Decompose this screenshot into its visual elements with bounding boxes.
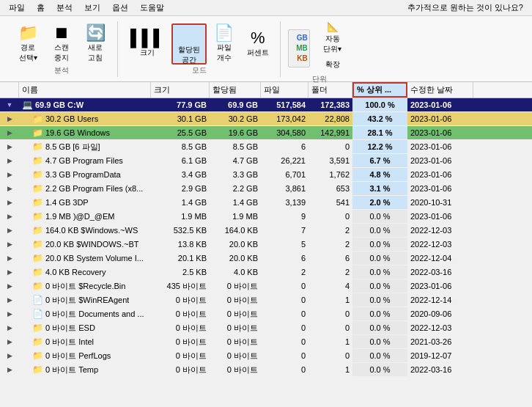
percent-cell: 0.0 % xyxy=(352,349,407,362)
table-row[interactable]: ▶📁20.0 KB System Volume I...20.1 KB20.0 … xyxy=(0,252,532,265)
file-count: 0 xyxy=(261,293,309,307)
auto-unit-button[interactable]: 📐 자동단위▾ xyxy=(314,23,351,52)
expand-icon[interactable]: ▶ xyxy=(0,126,19,139)
file-count: 9 xyxy=(261,210,309,223)
file-count: 0 xyxy=(261,363,309,376)
table-row[interactable]: ▶📁0 바이트 $Recycle.Bin435 바이트0 바이트040.0 %2… xyxy=(0,279,532,293)
col-percent[interactable]: % 상위 ... xyxy=(352,82,407,98)
col-name[interactable]: 이름 xyxy=(19,82,151,98)
table-row[interactable]: ▶📄0 바이트 Documents and ...0 바이트0 바이트000.0… xyxy=(0,307,532,321)
percent-button[interactable]: % 퍼센트 xyxy=(242,23,274,65)
percent-cell: 0.0 % xyxy=(352,293,407,307)
file-count-label: 파일개수 xyxy=(217,43,232,63)
menu-item-2[interactable]: 분석 xyxy=(51,1,78,15)
menu-item-0[interactable]: 파일 xyxy=(3,1,31,15)
expand-icon[interactable]: ▶ xyxy=(0,363,19,376)
col-folders[interactable]: 폴더 xyxy=(309,82,352,98)
expand-icon[interactable]: ▶ xyxy=(0,140,19,153)
table-row[interactable]: ▶📁0 바이트 ESD0 바이트0 바이트000.0 %2022-12-03 xyxy=(0,321,532,335)
modified-date: 2023-01-06 xyxy=(407,182,473,195)
expand-icon[interactable]: ▶ xyxy=(0,196,19,209)
col-size[interactable]: 크기 xyxy=(151,82,210,98)
expand-button[interactable]: 확장 xyxy=(314,55,351,74)
auto-unit-label: 자동단위▾ xyxy=(323,34,341,54)
table-row[interactable]: ▶📁20.0 KB $WINDOWS.~BT13.8 KB20.0 KB520.… xyxy=(0,238,532,252)
file-name-text: 20.0 KB $WINDOWS.~BT xyxy=(45,240,138,249)
file-name-text: 1.4 GB 3DP xyxy=(45,198,89,207)
file-name: 📁1.4 GB 3DP xyxy=(19,196,151,209)
table-row[interactable]: ▶📁1.9 MB )@D_@EM1.9 MB1.9 MB900.0 %2023-… xyxy=(0,210,532,224)
file-count: 304,580 xyxy=(261,126,309,139)
expand-icon[interactable]: ▶ xyxy=(0,238,19,251)
table-row[interactable]: ▶📁8.5 GB [6 파일]8.5 GB8.5 GB6012.2 %2023-… xyxy=(0,140,532,154)
table-row[interactable]: ▶📁30.2 GB Users30.1 GB30.2 GB173,04222,8… xyxy=(0,112,532,126)
folder-count: 4 xyxy=(309,279,352,293)
file-name: 📁30.2 GB Users xyxy=(19,112,151,125)
file-count: 3,139 xyxy=(261,196,309,209)
expand-icon[interactable]: ▶ xyxy=(0,279,19,293)
col-allocated[interactable]: 할당됨 xyxy=(210,82,261,98)
expand-icon[interactable]: ▶ xyxy=(0,307,19,320)
file-size: 532.5 KB xyxy=(151,224,210,237)
file-allocated: 8.5 GB xyxy=(210,140,261,153)
table-row[interactable]: ▼💻69.9 GB C:W77.9 GB69.9 GB517,584172,38… xyxy=(0,98,532,112)
table-row[interactable]: ▶📁4.0 KB Recovery2.5 KB4.0 KB220.0 %2022… xyxy=(0,265,532,279)
expand-icon[interactable]: ▶ xyxy=(0,168,19,181)
expand-icon[interactable]: ▶ xyxy=(0,154,19,167)
allocated-mode-button[interactable]: 할당된공간 xyxy=(171,23,207,65)
file-size: 3.4 GB xyxy=(151,168,210,181)
folder-count: 0 xyxy=(309,321,352,334)
file-size: 2.9 GB xyxy=(151,182,210,195)
table-row[interactable]: ▶📁164.0 KB $Windows.~WS532.5 KB164.0 KB7… xyxy=(0,224,532,238)
expand-icon[interactable]: ▶ xyxy=(0,182,19,195)
modified-date: 2022-12-04 xyxy=(407,252,473,265)
table-row[interactable]: ▶📁4.7 GB Program Files6.1 GB4.7 GB26,221… xyxy=(0,154,532,168)
file-allocated: 0 바이트 xyxy=(210,363,261,376)
file-count-button[interactable]: 📄 파일개수 xyxy=(208,23,240,65)
file-name: 📁20.0 KB $WINDOWS.~BT xyxy=(19,238,151,251)
menu-item-3[interactable]: 보기 xyxy=(78,1,106,15)
file-name-text: 4.7 GB Program Files xyxy=(45,156,123,165)
percent-icon: % xyxy=(251,30,265,46)
expand-icon[interactable]: ▶ xyxy=(0,265,19,279)
table-row[interactable]: ▶📁19.6 GB Windows25.5 GB19.6 GB304,58014… xyxy=(0,126,532,140)
size-mode-button[interactable]: ▌▌▌ 크기 xyxy=(125,23,170,65)
menu-question: 추가적으로 원하는 것이 있나요? xyxy=(407,2,529,13)
table-row[interactable]: ▶📁2.2 GB Program Files (x8...2.9 GB2.2 G… xyxy=(0,182,532,196)
col-modified[interactable]: 수정한 날짜 xyxy=(407,82,473,98)
expand-icon[interactable]: ▶ xyxy=(0,210,19,223)
expand-icon[interactable]: ▶ xyxy=(0,335,19,348)
expand-icon[interactable]: ▶ xyxy=(0,224,19,237)
file-count: 2 xyxy=(261,265,309,279)
table-row[interactable]: ▶📁3.3 GB ProgramData3.4 GB3.3 GB6,7011,7… xyxy=(0,168,532,182)
refresh-button[interactable]: 🔄 새로고침 xyxy=(79,23,111,65)
table-row[interactable]: ▶📁0 바이트 Temp0 바이트0 바이트010.0 %2022-03-16 xyxy=(0,363,532,377)
refresh-label: 새로고침 xyxy=(88,43,103,63)
percent-cell: 12.2 % xyxy=(352,140,407,153)
table-row[interactable]: ▶📁0 바이트 Intel0 바이트0 바이트010.0 %2021-03-26 xyxy=(0,335,532,349)
col-files[interactable]: 파일 xyxy=(261,82,309,98)
expand-icon[interactable]: ▶ xyxy=(0,293,19,307)
scan-stop-button[interactable]: ⏹ 스캔중지 xyxy=(45,23,78,65)
expand-icon[interactable]: ▶ xyxy=(0,112,19,125)
menu-item-4[interactable]: 옵션 xyxy=(106,1,134,15)
folder-count: 3,591 xyxy=(309,154,352,167)
expand-icon[interactable]: ▶ xyxy=(0,252,19,265)
expand-icon[interactable]: ▶ xyxy=(0,349,19,362)
analysis-group-label: 분석 xyxy=(54,65,69,76)
file-count: 0 xyxy=(261,279,309,293)
file-allocated: 20.0 KB xyxy=(210,238,261,251)
modified-date: 2022-12-03 xyxy=(407,321,473,334)
file-icon: 📄 xyxy=(214,25,234,41)
menu-item-1[interactable]: 홈 xyxy=(31,1,51,15)
path-select-label: 경로선택▾ xyxy=(19,43,37,63)
path-select-button[interactable]: 📁 경로선택▾ xyxy=(12,23,44,65)
table-row[interactable]: ▶📄0 바이트 $WinREAgent0 바이트0 바이트010.0 %2022… xyxy=(0,293,532,307)
folder-icon: 📁 xyxy=(32,281,43,291)
expand-icon[interactable]: ▶ xyxy=(0,321,19,334)
expand-icon[interactable]: ▼ xyxy=(0,98,19,111)
table-row[interactable]: ▶📁0 바이트 PerfLogs0 바이트0 바이트000.0 %2019-12… xyxy=(0,349,532,363)
modified-date: 2020-10-31 xyxy=(407,196,473,209)
table-row[interactable]: ▶📁1.4 GB 3DP1.4 GB1.4 GB3,1395412.0 %202… xyxy=(0,196,532,210)
menu-item-5[interactable]: 도움말 xyxy=(134,1,170,15)
